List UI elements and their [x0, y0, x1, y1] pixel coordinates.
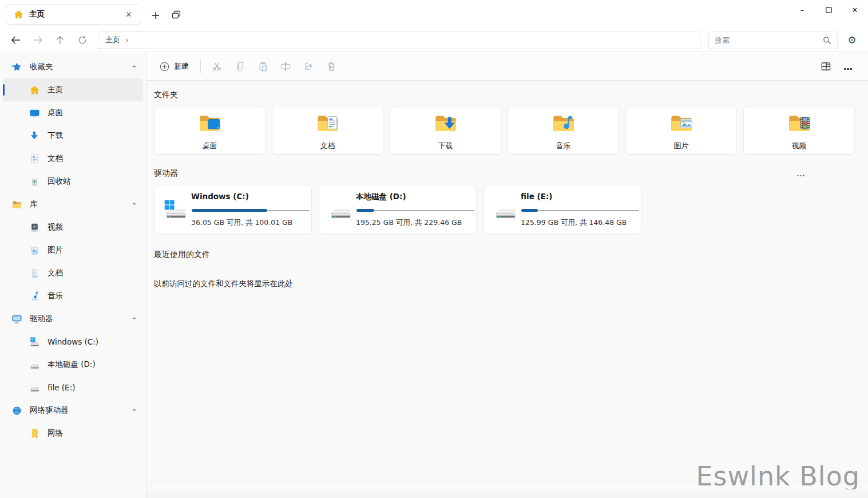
sidebar-section-libraries[interactable]: 库 ⌃ — [3, 193, 143, 216]
sidebar-item-network[interactable]: 网络 — [3, 422, 143, 445]
sidebar-item-label: 音乐 — [47, 291, 137, 301]
minimize-button[interactable]: – — [789, 0, 815, 19]
sidebar-item-label: 文档 — [47, 268, 137, 278]
sidebar-item-label: Windows (C:) — [47, 337, 137, 346]
delete-icon[interactable] — [320, 57, 343, 76]
main-pane: 新建 — [146, 53, 868, 498]
folder-tile-documents[interactable]: 文档 — [272, 106, 383, 155]
folder-tile-desktop[interactable]: 桌面 — [154, 106, 265, 155]
drives-see-more-icon[interactable]: … — [796, 171, 806, 176]
folders-section-header: 文件夹 — [154, 89, 868, 101]
drive-card-e[interactable]: file (E:) 125.99 GB 可用, 共 146.48 GB — [483, 185, 641, 234]
sidebar-item-label: 主页 — [47, 85, 137, 95]
folder-tile-videos[interactable]: 视频 — [743, 106, 855, 155]
refresh-icon[interactable] — [72, 31, 93, 49]
tab-title: 主页 — [29, 9, 122, 19]
folder-tile-downloads[interactable]: 下载 — [390, 106, 501, 155]
sidebar-item-downloads[interactable]: 下载 — [3, 124, 143, 147]
folder-tile-label: 音乐 — [556, 141, 571, 151]
drive-card-c[interactable]: Windows (C:) 36.05 GB 可用, 共 100.01 GB — [154, 185, 312, 234]
drive-name: 本地磁盘 (D:) — [356, 192, 406, 202]
home-content: 文件夹 桌面 — [146, 81, 868, 489]
sidebar-item-drive-e[interactable]: file (E:) — [3, 376, 143, 399]
chevron-up-icon[interactable]: ⌃ — [131, 314, 137, 323]
up-icon[interactable] — [49, 31, 71, 49]
folder-tile-label: 图片 — [674, 141, 689, 151]
desktop-icon — [29, 107, 40, 118]
back-icon[interactable] — [5, 31, 26, 49]
folder-tile-label: 下载 — [438, 141, 453, 151]
network-folder-icon — [29, 428, 40, 439]
desktop-folder-icon — [196, 112, 224, 139]
recent-files-section-header: 最近使用的文件 — [154, 248, 868, 261]
cut-icon[interactable] — [205, 57, 228, 76]
share-icon[interactable] — [297, 57, 320, 76]
layout-view-icon[interactable] — [814, 57, 837, 76]
new-tab-button[interactable]: + — [148, 7, 164, 23]
folder-tiles: 桌面 文档 — [154, 106, 868, 155]
close-button[interactable]: ✕ — [842, 0, 868, 19]
sidebar-item-desktop[interactable]: 桌面 — [3, 101, 143, 124]
drive-card-d[interactable]: 本地磁盘 (D:) 195.25 GB 可用, 共 229.46 GB — [319, 185, 477, 234]
chevron-up-icon[interactable]: ⌃ — [131, 200, 137, 209]
sidebar-item-pictures-library[interactable]: 图片 — [3, 239, 143, 262]
forward-icon[interactable] — [27, 31, 49, 49]
download-arrow-icon — [29, 130, 40, 141]
sidebar-item-home[interactable]: 主页 — [3, 78, 143, 101]
sidebar-section-label: 网络驱动器 — [30, 405, 131, 416]
folder-tile-label: 文档 — [320, 141, 335, 151]
sidebar-item-label: 回收站 — [47, 176, 137, 187]
sidebar-item-drive-c[interactable]: Windows (C:) — [3, 330, 143, 353]
folder-tile-pictures[interactable]: 图片 — [625, 106, 737, 155]
chevron-up-icon[interactable]: ⌃ — [131, 62, 137, 72]
pictures-library-icon — [29, 244, 40, 256]
recent-files-empty-message: 以前访问过的文件和文件夹将显示在此处 — [154, 279, 868, 289]
tab-home[interactable]: 主页 ✕ — [6, 4, 141, 25]
sidebar-item-label: 图片 — [47, 245, 137, 255]
search-box[interactable] — [708, 31, 838, 49]
sidebar-item-label: 视频 — [47, 222, 137, 232]
sidebar-item-documents-library[interactable]: 文档 — [3, 262, 143, 284]
sidebar-item-label: 桌面 — [47, 108, 137, 118]
drive-icon — [29, 382, 40, 393]
settings-gear-icon[interactable]: ⚙ — [842, 31, 862, 49]
sidebar-item-documents[interactable]: 文档 — [3, 147, 143, 170]
drive-usage-bar — [521, 209, 639, 212]
folders-section-title: 文件夹 — [154, 90, 178, 100]
quick-access-star-icon — [11, 61, 22, 73]
paste-icon[interactable] — [251, 57, 274, 76]
sidebar-item-label: 下载 — [47, 131, 137, 141]
drive-name: Windows (C:) — [191, 192, 249, 201]
copy-icon[interactable] — [228, 57, 251, 76]
file-explorer-window: 主页 ✕ + – ✕ 主页 — [0, 0, 868, 498]
tab-close-icon[interactable]: ✕ — [122, 8, 135, 21]
see-more-icon[interactable]: … — [837, 57, 860, 76]
command-toolbar: 新建 — [146, 53, 868, 81]
search-input[interactable] — [715, 36, 823, 45]
sidebar-item-recycle-bin[interactable]: 回收站 — [3, 170, 143, 193]
sidebar-item-drive-d[interactable]: 本地磁盘 (D:) — [3, 353, 143, 376]
toolbar-divider — [200, 60, 201, 73]
chevron-up-icon[interactable]: ⌃ — [131, 406, 137, 415]
breadcrumb[interactable]: 主页 — [105, 35, 120, 45]
sidebar-item-label: file (E:) — [47, 383, 137, 392]
tab-list-icon[interactable] — [168, 7, 184, 23]
drives-section-title: 驱动器 — [154, 168, 178, 179]
sidebar-section-network-drives[interactable]: 网络驱动器 ⌃ — [3, 399, 143, 422]
sidebar-item-music-library[interactable]: 音乐 — [3, 284, 143, 307]
network-globe-icon — [11, 405, 22, 416]
folder-tile-music[interactable]: 音乐 — [508, 106, 619, 155]
address-bar[interactable]: 主页 › — [98, 31, 701, 49]
drive-icon — [492, 197, 517, 222]
navigation-pane: 收藏夹 ⌃ 主页 桌面 下载 — [0, 53, 146, 498]
drive-icon — [327, 197, 352, 222]
sidebar-item-label: 网络 — [47, 428, 137, 438]
new-button[interactable]: 新建 — [154, 58, 195, 75]
document-icon — [29, 153, 40, 164]
rename-icon[interactable] — [274, 57, 297, 76]
maximize-button[interactable] — [815, 0, 842, 19]
sidebar-section-favorites[interactable]: 收藏夹 ⌃ — [3, 56, 143, 78]
sidebar-section-drives[interactable]: 驱动器 ⌃ — [3, 307, 143, 330]
sidebar-item-videos-library[interactable]: 视频 — [3, 216, 143, 239]
drives-section-header: 驱动器 … — [154, 167, 868, 180]
